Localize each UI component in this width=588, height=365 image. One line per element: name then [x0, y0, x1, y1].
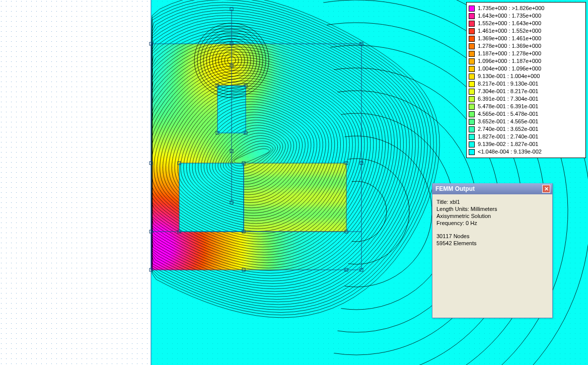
legend-label: 1.004e+000 : 1.096e+000: [478, 65, 541, 72]
legend-label: 1.643e+000 : 1.735e+000: [478, 12, 541, 20]
output-line: Title: xbl1: [436, 198, 548, 205]
legend-row: 1.004e+000 : 1.096e+000: [469, 65, 583, 72]
legend-label: 6.391e-001 : 7.304e-001: [478, 95, 539, 103]
legend-label: 5.478e-001 : 6.391e-001: [478, 103, 539, 110]
legend-swatch: [469, 96, 475, 102]
legend-row: 1.643e+000 : 1.735e+000: [469, 12, 583, 20]
legend-row: 6.391e-001 : 7.304e-001: [469, 95, 583, 103]
legend-swatch: [469, 58, 475, 64]
legend-swatch: [469, 36, 475, 42]
legend-label: 1.278e+000 : 1.369e+000: [478, 42, 541, 50]
legend-label: 1.187e+000 : 1.278e+000: [478, 50, 541, 57]
legend-row: 9.130e-001 : 1.004e+000: [469, 72, 583, 80]
legend-row: 2.740e-001 : 3.652e-001: [469, 125, 583, 133]
legend-swatch: [469, 21, 475, 27]
output-line: 59542 Elements: [436, 240, 548, 247]
output-line: Frequency: 0 Hz: [436, 220, 548, 227]
legend-row: 5.478e-001 : 6.391e-001: [469, 103, 583, 110]
legend-swatch: [469, 141, 475, 148]
output-line: 30117 Nodes: [436, 233, 548, 240]
legend-row: 1.278e+000 : 1.369e+000: [469, 42, 583, 50]
legend-row: 1.096e+000 : 1.187e+000: [469, 57, 583, 65]
legend-label: 1.552e+000 : 1.643e+000: [478, 20, 541, 27]
legend-swatch: [469, 126, 475, 132]
legend-swatch: [469, 74, 475, 80]
legend-swatch: [469, 66, 475, 72]
legend-row: 8.217e-001 : 9.130e-001: [469, 80, 583, 88]
legend-label: 4.565e-001 : 5.478e-001: [478, 110, 539, 118]
legend-swatch: [469, 134, 475, 140]
legend-label: 3.652e-001 : 4.565e-001: [478, 118, 539, 125]
legend-row: 1.369e+000 : 1.461e+000: [469, 35, 583, 42]
legend-row: 1.827e-001 : 2.740e-001: [469, 133, 583, 140]
output-line: Length Units: Millimeters: [436, 205, 548, 212]
legend-label: <1.048e-004 : 9.139e-002: [478, 148, 542, 156]
legend-label: 1.096e+000 : 1.187e+000: [478, 57, 541, 65]
legend-swatch: [469, 81, 475, 87]
output-window-titlebar[interactable]: FEMM Output ✕: [432, 183, 552, 194]
legend-row: 7.304e-001 : 8.217e-001: [469, 88, 583, 95]
output-window-body: Title: xbl1Length Units: MillimetersAxis…: [432, 194, 552, 251]
legend-label: 7.304e-001 : 8.217e-001: [478, 88, 539, 95]
legend-swatch: [469, 13, 475, 19]
legend-row: 1.552e+000 : 1.643e+000: [469, 20, 583, 27]
legend-swatch: [469, 51, 475, 57]
legend-row: 3.652e-001 : 4.565e-001: [469, 118, 583, 125]
color-legend: 1.735e+000 : >1.826e+0001.643e+000 : 1.7…: [466, 2, 586, 158]
legend-swatch: [469, 149, 475, 155]
close-icon[interactable]: ✕: [542, 185, 550, 193]
legend-row: 4.565e-001 : 5.478e-001: [469, 110, 583, 118]
legend-row: 1.461e+000 : 1.552e+000: [469, 27, 583, 35]
legend-row: 9.139e-002 : 1.827e-001: [469, 140, 583, 148]
legend-row: 1.735e+000 : >1.826e+000: [469, 5, 583, 12]
legend-label: 9.139e-002 : 1.827e-001: [478, 140, 539, 148]
output-line: Axisymmetric Solution: [436, 212, 548, 220]
legend-label: 8.217e-001 : 9.130e-001: [478, 80, 539, 88]
legend-swatch: [469, 89, 475, 95]
legend-label: 1.461e+000 : 1.552e+000: [478, 27, 541, 35]
legend-swatch: [469, 111, 475, 117]
legend-row: 1.187e+000 : 1.278e+000: [469, 50, 583, 57]
legend-label: 1.735e+000 : >1.826e+000: [478, 5, 544, 12]
legend-swatch: [469, 28, 475, 34]
legend-label: 2.740e-001 : 3.652e-001: [478, 125, 539, 133]
legend-swatch: [469, 104, 475, 110]
legend-label: 9.130e-001 : 1.004e+000: [478, 72, 540, 80]
legend-label: 1.827e-001 : 2.740e-001: [478, 133, 539, 140]
femm-output-window[interactable]: FEMM Output ✕ Title: xbl1Length Units: M…: [432, 183, 553, 318]
legend-label: 1.369e+000 : 1.461e+000: [478, 35, 541, 42]
legend-swatch: [469, 119, 475, 125]
legend-swatch: [469, 6, 475, 12]
legend-row: <1.048e-004 : 9.139e-002: [469, 148, 583, 156]
legend-swatch: [469, 43, 475, 49]
output-window-title-text: FEMM Output: [435, 185, 475, 192]
